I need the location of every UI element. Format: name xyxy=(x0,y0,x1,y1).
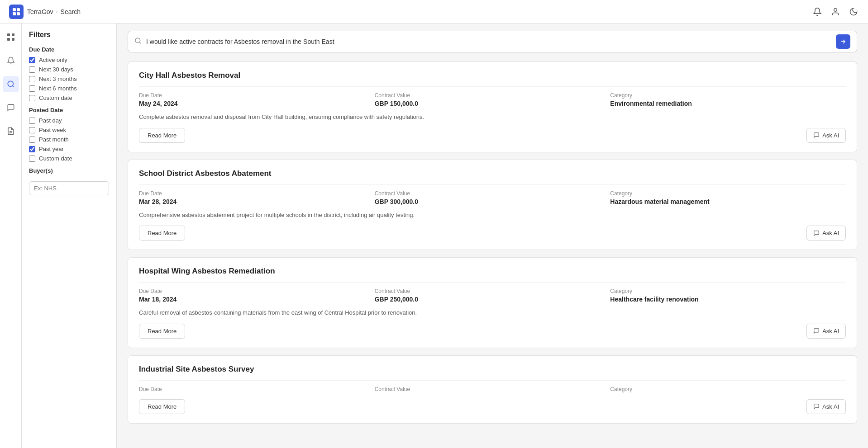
filter-next-3-months[interactable]: Next 3 months xyxy=(29,75,109,82)
svg-point-4 xyxy=(834,8,837,11)
past-week-checkbox[interactable] xyxy=(29,127,35,133)
app-logo[interactable] xyxy=(9,5,24,19)
custom-date-posted-checkbox[interactable] xyxy=(29,156,35,162)
next-3-months-checkbox[interactable] xyxy=(29,76,35,82)
due-date-label-4: Due Date xyxy=(139,386,375,392)
contract-value-label-1: Contract Value xyxy=(375,92,610,99)
category-label-4: Category xyxy=(610,386,846,392)
result-description-1: Complete asbestos removal and disposal f… xyxy=(139,113,846,122)
contract-value-group-1: Contract Value GBP 150,000.0 xyxy=(375,92,610,107)
past-month-label: Past month xyxy=(39,136,69,143)
active-only-checkbox[interactable] xyxy=(29,57,35,63)
category-group-4: Category xyxy=(610,386,846,394)
read-more-button-2[interactable]: Read More xyxy=(139,226,185,241)
filter-past-day[interactable]: Past day xyxy=(29,117,109,124)
result-meta-3: Due Date Mar 18, 2024 Contract Value GBP… xyxy=(139,288,846,303)
main-content: City Hall Asbestos Removal Due Date May … xyxy=(117,24,868,448)
buyers-label: Buyer(s) xyxy=(29,167,109,174)
result-meta-1: Due Date May 24, 2024 Contract Value GBP… xyxy=(139,92,846,107)
due-date-group-4: Due Date xyxy=(139,386,375,394)
due-date-value-1: May 24, 2024 xyxy=(139,100,375,107)
buyers-input[interactable] xyxy=(29,181,109,195)
filter-custom-date-due[interactable]: Custom date xyxy=(29,94,109,101)
grid-icon[interactable] xyxy=(3,29,19,45)
results-list: City Hall Asbestos Removal Due Date May … xyxy=(128,61,857,424)
svg-rect-5 xyxy=(7,33,10,36)
next-6-months-checkbox[interactable] xyxy=(29,85,35,92)
due-date-value-2: Mar 28, 2024 xyxy=(139,198,375,205)
contract-value-group-2: Contract Value GBP 300,000.0 xyxy=(375,190,610,205)
category-value-2: Hazardous material management xyxy=(610,198,846,205)
search-icon[interactable] xyxy=(3,76,19,92)
due-date-label: Due Date xyxy=(29,46,109,53)
svg-point-9 xyxy=(8,81,13,86)
read-more-button-3[interactable]: Read More xyxy=(139,324,185,339)
result-footer-3: Read More Ask AI xyxy=(139,324,846,339)
sidebar: Filters Due Date Active only Next 30 day… xyxy=(22,24,117,448)
custom-date-posted-label: Custom date xyxy=(39,155,72,162)
past-day-checkbox[interactable] xyxy=(29,118,35,124)
result-title-3: Hospital Wing Asbestos Remediation xyxy=(139,267,846,276)
app-name[interactable]: TerraGov xyxy=(27,8,53,15)
theme-icon[interactable] xyxy=(848,6,859,17)
result-card-3: Hospital Wing Asbestos Remediation Due D… xyxy=(128,257,857,348)
category-group-3: Category Healthcare facility renovation xyxy=(610,288,846,303)
result-title-1: City Hall Asbestos Removal xyxy=(139,71,846,80)
svg-line-10 xyxy=(12,85,14,87)
ask-ai-button-4[interactable]: Ask AI xyxy=(806,399,846,414)
layout: Filters Due Date Active only Next 30 day… xyxy=(0,24,868,448)
ask-ai-button-1[interactable]: Ask AI xyxy=(806,128,846,143)
ask-ai-button-2[interactable]: Ask AI xyxy=(806,226,846,241)
notification-icon[interactable] xyxy=(812,6,823,17)
read-more-button-4[interactable]: Read More xyxy=(139,399,185,414)
posted-date-label: Posted Date xyxy=(29,107,109,113)
filter-next-6-months[interactable]: Next 6 months xyxy=(29,85,109,92)
svg-rect-1 xyxy=(17,8,20,11)
svg-rect-2 xyxy=(13,12,16,15)
past-month-checkbox[interactable] xyxy=(29,137,35,143)
category-group-2: Category Hazardous material management xyxy=(610,190,846,205)
breadcrumb-chevron: › xyxy=(56,9,58,15)
next-3-months-label: Next 3 months xyxy=(39,75,77,82)
bell-icon[interactable] xyxy=(3,52,19,69)
page-name: Search xyxy=(61,8,81,15)
custom-date-due-checkbox[interactable] xyxy=(29,95,35,101)
next-6-months-label: Next 6 months xyxy=(39,85,77,92)
filter-next-30-days[interactable]: Next 30 days xyxy=(29,66,109,73)
category-label-1: Category xyxy=(610,92,846,99)
document-icon[interactable] xyxy=(3,123,19,139)
due-date-label-1: Due Date xyxy=(139,92,375,99)
ask-ai-button-3[interactable]: Ask AI xyxy=(806,324,846,339)
profile-icon[interactable] xyxy=(830,6,841,17)
svg-rect-8 xyxy=(12,38,14,41)
past-year-checkbox[interactable] xyxy=(29,146,35,152)
result-footer-4: Read More Ask AI xyxy=(139,399,846,414)
result-meta-4: Due Date Contract Value Category xyxy=(139,386,846,394)
due-date-label-2: Due Date xyxy=(139,190,375,197)
search-input[interactable] xyxy=(146,38,836,45)
filter-past-month[interactable]: Past month xyxy=(29,136,109,143)
svg-point-13 xyxy=(135,38,140,43)
result-meta-2: Due Date Mar 28, 2024 Contract Value GBP… xyxy=(139,190,846,205)
filter-past-week[interactable]: Past week xyxy=(29,127,109,133)
contract-value-label-4: Contract Value xyxy=(375,386,610,392)
chat-icon[interactable] xyxy=(3,99,19,116)
contract-value-group-4: Contract Value xyxy=(375,386,610,394)
filter-active-only[interactable]: Active only xyxy=(29,57,109,63)
result-title-2: School District Asbestos Abatement xyxy=(139,169,846,178)
contract-value-value-1: GBP 150,000.0 xyxy=(375,100,610,107)
result-footer-1: Read More Ask AI xyxy=(139,128,846,143)
search-submit-button[interactable] xyxy=(836,34,850,49)
read-more-button-1[interactable]: Read More xyxy=(139,128,185,143)
category-label-3: Category xyxy=(610,288,846,294)
result-description-3: Careful removal of asbestos-containing m… xyxy=(139,308,846,317)
search-bar xyxy=(128,31,857,52)
breadcrumb: TerraGov › Search xyxy=(27,8,81,15)
filter-custom-date-posted[interactable]: Custom date xyxy=(29,155,109,162)
svg-rect-6 xyxy=(12,33,14,36)
next-30-days-checkbox[interactable] xyxy=(29,66,35,73)
contract-value-group-3: Contract Value GBP 250,000.0 xyxy=(375,288,610,303)
svg-line-14 xyxy=(139,42,141,43)
filter-past-year[interactable]: Past year xyxy=(29,146,109,152)
sidebar-title: Filters xyxy=(29,31,109,39)
